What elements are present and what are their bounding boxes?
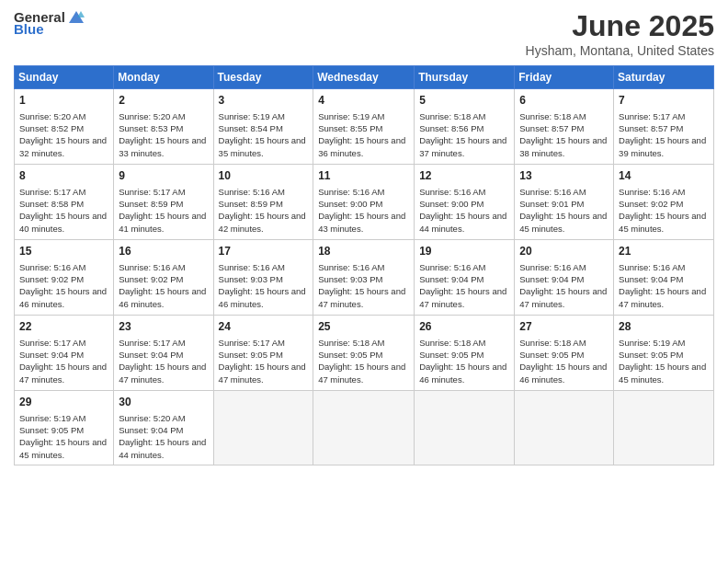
day-number: 4 <box>318 93 409 109</box>
day-number: 14 <box>619 168 709 184</box>
day-info: Sunrise: 5:18 AMSunset: 9:05 PMDaylight:… <box>318 338 405 385</box>
table-row <box>515 391 614 465</box>
col-wednesday: Wednesday <box>313 66 415 89</box>
day-info: Sunrise: 5:16 AMSunset: 8:59 PMDaylight:… <box>219 187 306 234</box>
table-row: 14Sunrise: 5:16 AMSunset: 9:02 PMDayligh… <box>614 165 714 240</box>
day-number: 12 <box>419 168 509 184</box>
table-row: 12Sunrise: 5:16 AMSunset: 9:00 PMDayligh… <box>415 165 515 240</box>
table-row: 29Sunrise: 5:19 AMSunset: 9:05 PMDayligh… <box>15 391 114 465</box>
day-info: Sunrise: 5:20 AMSunset: 9:04 PMDaylight:… <box>119 413 206 460</box>
day-info: Sunrise: 5:16 AMSunset: 9:00 PMDaylight:… <box>318 187 405 234</box>
day-number: 7 <box>619 93 709 109</box>
table-row: 21Sunrise: 5:16 AMSunset: 9:04 PMDayligh… <box>614 240 714 316</box>
day-info: Sunrise: 5:16 AMSunset: 9:04 PMDaylight:… <box>519 262 607 309</box>
table-row: 5Sunrise: 5:18 AMSunset: 8:56 PMDaylight… <box>415 89 515 165</box>
calendar-row: 29Sunrise: 5:19 AMSunset: 9:05 PMDayligh… <box>15 391 714 465</box>
table-row: 27Sunrise: 5:18 AMSunset: 9:05 PMDayligh… <box>515 316 614 391</box>
day-number: 2 <box>119 93 208 109</box>
day-info: Sunrise: 5:18 AMSunset: 8:56 PMDaylight:… <box>419 111 506 158</box>
day-info: Sunrise: 5:19 AMSunset: 8:55 PMDaylight:… <box>318 111 405 158</box>
day-info: Sunrise: 5:17 AMSunset: 8:59 PMDaylight:… <box>119 187 206 234</box>
day-number: 24 <box>219 319 309 335</box>
day-info: Sunrise: 5:17 AMSunset: 9:04 PMDaylight:… <box>19 338 107 385</box>
logo-icon <box>68 10 85 25</box>
day-info: Sunrise: 5:17 AMSunset: 8:58 PMDaylight:… <box>19 187 107 234</box>
table-row: 25Sunrise: 5:18 AMSunset: 9:05 PMDayligh… <box>313 316 415 391</box>
logo: General Blue <box>14 9 85 37</box>
calendar-row: 22Sunrise: 5:17 AMSunset: 9:04 PMDayligh… <box>15 316 714 391</box>
day-number: 21 <box>619 244 709 259</box>
table-row <box>614 391 714 465</box>
month-title: June 2025 <box>526 9 714 43</box>
day-info: Sunrise: 5:16 AMSunset: 9:04 PMDaylight:… <box>619 262 706 309</box>
day-info: Sunrise: 5:20 AMSunset: 8:53 PMDaylight:… <box>119 111 206 158</box>
day-info: Sunrise: 5:18 AMSunset: 9:05 PMDaylight:… <box>519 338 607 385</box>
day-info: Sunrise: 5:17 AMSunset: 9:05 PMDaylight:… <box>219 338 306 385</box>
day-info: Sunrise: 5:16 AMSunset: 9:00 PMDaylight:… <box>419 187 506 234</box>
table-row: 10Sunrise: 5:16 AMSunset: 8:59 PMDayligh… <box>213 165 313 240</box>
col-sunday: Sunday <box>15 66 114 89</box>
day-number: 15 <box>19 244 108 259</box>
day-number: 23 <box>119 319 208 335</box>
col-tuesday: Tuesday <box>213 66 313 89</box>
table-row: 7Sunrise: 5:17 AMSunset: 8:57 PMDaylight… <box>614 89 714 165</box>
day-info: Sunrise: 5:16 AMSunset: 9:03 PMDaylight:… <box>318 262 405 309</box>
day-number: 28 <box>619 319 709 335</box>
day-number: 6 <box>519 93 609 109</box>
logo-blue: Blue <box>14 21 44 37</box>
table-row: 30Sunrise: 5:20 AMSunset: 9:04 PMDayligh… <box>114 391 213 465</box>
day-number: 16 <box>119 244 208 259</box>
day-number: 19 <box>419 244 509 259</box>
day-number: 17 <box>219 244 309 259</box>
day-number: 26 <box>419 319 509 335</box>
day-info: Sunrise: 5:16 AMSunset: 9:02 PMDaylight:… <box>119 262 206 309</box>
col-monday: Monday <box>114 66 213 89</box>
table-row: 18Sunrise: 5:16 AMSunset: 9:03 PMDayligh… <box>313 240 415 316</box>
day-number: 29 <box>19 395 108 410</box>
table-row: 2Sunrise: 5:20 AMSunset: 8:53 PMDaylight… <box>114 89 213 165</box>
day-number: 8 <box>19 168 108 184</box>
table-row: 23Sunrise: 5:17 AMSunset: 9:04 PMDayligh… <box>114 316 213 391</box>
location: Hysham, Montana, United States <box>526 43 714 58</box>
day-number: 18 <box>318 244 409 259</box>
table-row <box>213 391 313 465</box>
day-number: 22 <box>19 319 108 335</box>
day-info: Sunrise: 5:16 AMSunset: 9:03 PMDaylight:… <box>219 262 306 309</box>
day-info: Sunrise: 5:19 AMSunset: 9:05 PMDaylight:… <box>619 338 706 385</box>
table-row: 4Sunrise: 5:19 AMSunset: 8:55 PMDaylight… <box>313 89 415 165</box>
table-row: 8Sunrise: 5:17 AMSunset: 8:58 PMDaylight… <box>15 165 114 240</box>
table-row: 16Sunrise: 5:16 AMSunset: 9:02 PMDayligh… <box>114 240 213 316</box>
page: General Blue June 2025 Hysham, Montana, … <box>0 0 728 563</box>
table-row: 13Sunrise: 5:16 AMSunset: 9:01 PMDayligh… <box>515 165 614 240</box>
table-row <box>313 391 415 465</box>
table-row: 24Sunrise: 5:17 AMSunset: 9:05 PMDayligh… <box>213 316 313 391</box>
day-info: Sunrise: 5:16 AMSunset: 9:01 PMDaylight:… <box>519 187 607 234</box>
table-row: 20Sunrise: 5:16 AMSunset: 9:04 PMDayligh… <box>515 240 614 316</box>
table-row: 26Sunrise: 5:18 AMSunset: 9:05 PMDayligh… <box>415 316 515 391</box>
table-row: 19Sunrise: 5:16 AMSunset: 9:04 PMDayligh… <box>415 240 515 316</box>
col-friday: Friday <box>515 66 614 89</box>
day-number: 3 <box>219 93 309 109</box>
table-row: 6Sunrise: 5:18 AMSunset: 8:57 PMDaylight… <box>515 89 614 165</box>
day-number: 11 <box>318 168 409 184</box>
calendar-header-row: Sunday Monday Tuesday Wednesday Thursday… <box>15 66 714 89</box>
table-row: 9Sunrise: 5:17 AMSunset: 8:59 PMDaylight… <box>114 165 213 240</box>
day-number: 13 <box>519 168 609 184</box>
calendar: Sunday Monday Tuesday Wednesday Thursday… <box>14 65 714 465</box>
table-row: 3Sunrise: 5:19 AMSunset: 8:54 PMDaylight… <box>213 89 313 165</box>
calendar-row: 1Sunrise: 5:20 AMSunset: 8:52 PMDaylight… <box>15 89 714 165</box>
table-row: 22Sunrise: 5:17 AMSunset: 9:04 PMDayligh… <box>15 316 114 391</box>
day-info: Sunrise: 5:18 AMSunset: 9:05 PMDaylight:… <box>419 338 506 385</box>
table-row: 15Sunrise: 5:16 AMSunset: 9:02 PMDayligh… <box>15 240 114 316</box>
header: General Blue June 2025 Hysham, Montana, … <box>14 9 714 58</box>
day-info: Sunrise: 5:17 AMSunset: 8:57 PMDaylight:… <box>619 111 706 158</box>
table-row: 1Sunrise: 5:20 AMSunset: 8:52 PMDaylight… <box>15 89 114 165</box>
title-section: June 2025 Hysham, Montana, United States <box>526 9 714 58</box>
day-info: Sunrise: 5:16 AMSunset: 9:02 PMDaylight:… <box>19 262 107 309</box>
day-info: Sunrise: 5:18 AMSunset: 8:57 PMDaylight:… <box>519 111 607 158</box>
day-info: Sunrise: 5:19 AMSunset: 8:54 PMDaylight:… <box>219 111 306 158</box>
day-number: 1 <box>19 93 108 109</box>
calendar-row: 8Sunrise: 5:17 AMSunset: 8:58 PMDaylight… <box>15 165 714 240</box>
calendar-row: 15Sunrise: 5:16 AMSunset: 9:02 PMDayligh… <box>15 240 714 316</box>
day-number: 9 <box>119 168 208 184</box>
